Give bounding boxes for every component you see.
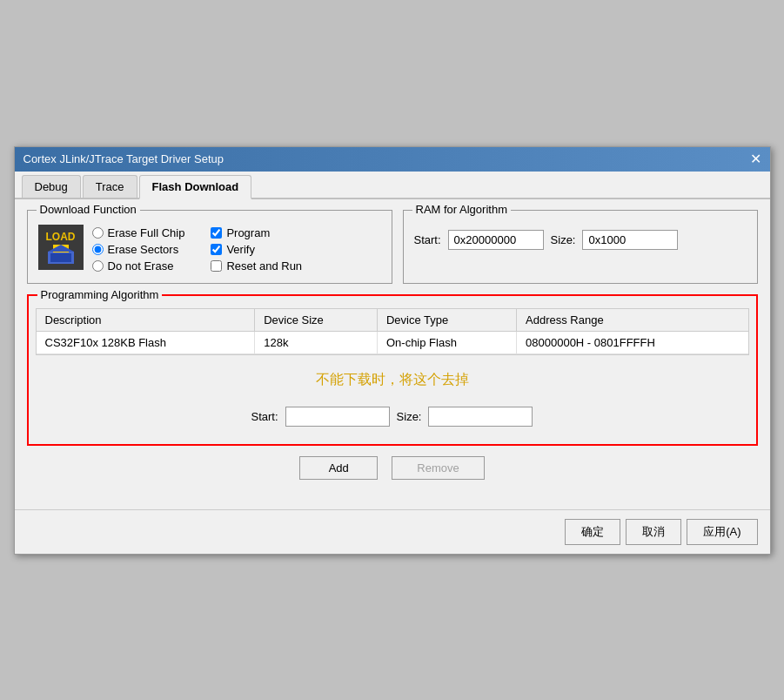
ram-size-label: Size: bbox=[551, 233, 576, 246]
prog-size-input[interactable] bbox=[428, 407, 533, 427]
annotation-text: 不能下载时，将这个去掉 bbox=[36, 355, 749, 398]
radio-erase-full-chip-label: Erase Full Chip bbox=[108, 226, 185, 239]
prog-size-label: Size: bbox=[397, 410, 422, 423]
radio-do-not-erase[interactable]: Do not Erase bbox=[92, 259, 185, 273]
main-content: Download Function LOAD bbox=[15, 199, 770, 509]
cell-device-size: 128k bbox=[255, 331, 378, 353]
table-header-row: Description Device Size Device Type Addr… bbox=[37, 309, 748, 332]
svg-rect-1 bbox=[50, 253, 71, 262]
checkbox-program-input[interactable] bbox=[211, 227, 222, 239]
checkbox-reset-run-input[interactable] bbox=[211, 260, 222, 272]
checkbox-reset-run-label: Reset and Run bbox=[226, 259, 302, 273]
radio-erase-full-chip-input[interactable] bbox=[92, 227, 104, 239]
radio-erase-full-chip[interactable]: Erase Full Chip bbox=[92, 226, 185, 239]
algorithm-table: Description Device Size Device Type Addr… bbox=[37, 309, 748, 354]
radio-erase-sectors-input[interactable] bbox=[92, 244, 104, 255]
download-function-group: Download Function LOAD bbox=[27, 210, 392, 284]
ram-start-input[interactable] bbox=[448, 230, 544, 250]
checkbox-program-label: Program bbox=[226, 226, 270, 239]
radio-erase-sectors[interactable]: Erase Sectors bbox=[92, 243, 185, 256]
top-sections: Download Function LOAD bbox=[27, 210, 758, 284]
tab-debug[interactable]: Debug bbox=[22, 175, 81, 198]
table-row[interactable]: CS32F10x 128KB Flash 128k On-chip Flash … bbox=[37, 331, 748, 353]
tab-bar: Debug Trace Flash Download bbox=[15, 172, 770, 199]
window-title: Cortex JLink/JTrace Target Driver Setup bbox=[23, 152, 224, 165]
close-button[interactable]: ✕ bbox=[750, 152, 761, 166]
tab-trace[interactable]: Trace bbox=[83, 175, 137, 198]
prog-start-label: Start: bbox=[251, 410, 278, 423]
prog-start-input[interactable] bbox=[285, 407, 390, 427]
ram-algorithm-group: RAM for Algorithm Start: Size: bbox=[403, 210, 758, 284]
ram-fields: Start: Size: bbox=[414, 230, 747, 250]
ram-start-label: Start: bbox=[414, 233, 441, 246]
apply-button[interactable]: 应用(A) bbox=[687, 519, 757, 545]
checkbox-verify-input[interactable] bbox=[211, 244, 222, 255]
load-icon-text: LOAD bbox=[46, 231, 76, 243]
dialog-window: Cortex JLink/JTrace Target Driver Setup … bbox=[14, 146, 771, 555]
svg-marker-4 bbox=[48, 245, 74, 252]
ram-algorithm-label: RAM for Algorithm bbox=[412, 203, 511, 216]
col-address-range: Address Range bbox=[517, 309, 748, 332]
col-device-type: Device Type bbox=[377, 309, 516, 332]
algorithm-table-container: Description Device Size Device Type Addr… bbox=[36, 308, 749, 355]
radio-do-not-erase-label: Do not Erase bbox=[108, 259, 174, 273]
load-icon: LOAD bbox=[38, 225, 84, 270]
title-bar: Cortex JLink/JTrace Target Driver Setup … bbox=[15, 147, 770, 172]
ok-button[interactable]: 确定 bbox=[565, 519, 620, 545]
cancel-button[interactable]: 取消 bbox=[626, 519, 681, 545]
tab-flash-download[interactable]: Flash Download bbox=[139, 175, 252, 199]
checkbox-verify[interactable]: Verify bbox=[211, 243, 302, 256]
add-button[interactable]: Add bbox=[299, 456, 378, 480]
cell-address-range: 08000000H - 0801FFFFH bbox=[517, 331, 748, 353]
radio-erase-sectors-label: Erase Sectors bbox=[108, 243, 179, 256]
add-remove-buttons: Add Remove bbox=[27, 456, 758, 480]
cell-description: CS32F10x 128KB Flash bbox=[37, 331, 255, 353]
checkbox-verify-label: Verify bbox=[226, 243, 255, 256]
programming-algorithm-group: Programming Algorithm Description Device… bbox=[27, 294, 758, 446]
radio-do-not-erase-input[interactable] bbox=[92, 260, 104, 272]
col-device-size: Device Size bbox=[255, 309, 378, 332]
bottom-bar: 确定 取消 应用(A) bbox=[15, 509, 770, 554]
cell-device-type: On-chip Flash bbox=[377, 331, 516, 353]
download-inner: LOAD Erase Full Chip bbox=[38, 225, 381, 273]
remove-button[interactable]: Remove bbox=[392, 456, 484, 480]
load-icon-graphic bbox=[48, 245, 74, 264]
download-function-label: Download Function bbox=[37, 203, 140, 216]
checkbox-program[interactable]: Program bbox=[211, 226, 302, 239]
start-size-row: Start: Size: bbox=[36, 398, 749, 439]
ram-size-input[interactable] bbox=[582, 230, 678, 250]
radio-group: Erase Full Chip Erase Sectors Do not Era… bbox=[92, 226, 185, 273]
col-description: Description bbox=[37, 309, 255, 332]
programming-algorithm-label: Programming Algorithm bbox=[37, 288, 163, 301]
checkbox-group: Program Verify Reset and Run bbox=[211, 226, 302, 273]
checkbox-reset-run[interactable]: Reset and Run bbox=[211, 259, 302, 273]
